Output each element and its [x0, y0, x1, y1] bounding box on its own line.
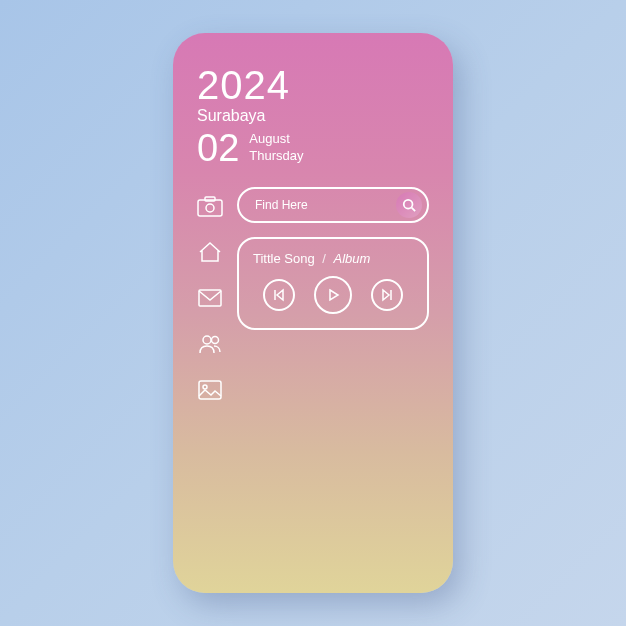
camera-icon[interactable]	[197, 195, 223, 217]
year-text: 2024	[197, 65, 429, 105]
date-widget: 2024 Surabaya 02 August Thursday	[197, 65, 429, 167]
music-widget: Tittle Song / Album	[237, 237, 429, 330]
city-text: Surabaya	[197, 107, 429, 125]
svg-rect-2	[205, 197, 215, 201]
svg-point-7	[203, 385, 207, 389]
home-icon[interactable]	[197, 241, 223, 263]
song-title: Tittle Song	[253, 251, 315, 266]
play-icon	[325, 287, 341, 303]
svg-rect-3	[199, 290, 221, 306]
search-button[interactable]	[396, 192, 422, 218]
day-number: 02	[197, 129, 239, 167]
weekday-text: Thursday	[249, 148, 303, 165]
search-bar[interactable]: Find Here	[237, 187, 429, 223]
app-sidebar	[197, 187, 223, 401]
album-name: Album	[334, 251, 371, 266]
month-weekday: August Thursday	[249, 131, 303, 165]
svg-rect-6	[199, 381, 221, 399]
svg-rect-0	[198, 200, 222, 216]
skip-back-icon	[272, 288, 286, 302]
previous-button[interactable]	[263, 279, 295, 311]
svg-point-5	[212, 337, 219, 344]
svg-point-4	[203, 336, 211, 344]
main-widgets: Find Here Tittle Song / Album	[237, 187, 429, 401]
play-button[interactable]	[314, 276, 352, 314]
svg-point-1	[206, 204, 214, 212]
skip-forward-icon	[380, 288, 394, 302]
search-placeholder: Find Here	[255, 198, 388, 212]
next-button[interactable]	[371, 279, 403, 311]
contacts-icon[interactable]	[197, 333, 223, 355]
content-area: Find Here Tittle Song / Album	[197, 187, 429, 401]
phone-frame: 2024 Surabaya 02 August Thursday	[173, 33, 453, 593]
mail-icon[interactable]	[197, 287, 223, 309]
music-title-row: Tittle Song / Album	[253, 251, 413, 266]
music-controls	[253, 276, 413, 314]
date-row: 02 August Thursday	[197, 129, 429, 167]
title-separator: /	[322, 251, 326, 266]
svg-line-9	[412, 208, 416, 212]
search-icon	[402, 198, 416, 212]
svg-point-8	[404, 200, 413, 209]
month-text: August	[249, 131, 303, 148]
gallery-icon[interactable]	[197, 379, 223, 401]
